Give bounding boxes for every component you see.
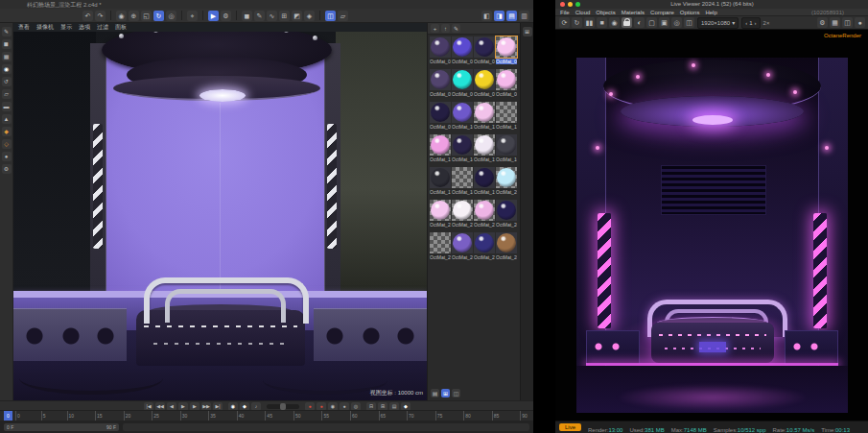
octane-menu-item[interactable]: Help [705, 10, 716, 15]
material-item[interactable]: OctMat_07 [474, 69, 495, 101]
coord-system-icon[interactable]: ⌖ [187, 11, 198, 21]
render-passes-icon[interactable]: ▦ [830, 17, 840, 28]
material-item[interactable]: OctMat_06 [452, 69, 473, 101]
up-level-icon[interactable]: ↑ [441, 24, 450, 33]
paint-material-icon[interactable]: ✎ [452, 24, 460, 33]
material-item[interactable]: OctMat_09 [430, 102, 451, 133]
stepper-minus[interactable]: ‹ [745, 20, 747, 26]
viewport-settings-icon[interactable]: ⚙ [2, 164, 12, 174]
viewport-menu-item[interactable]: 摄像机 [36, 23, 54, 32]
material-item[interactable]: OctMat_22 [452, 200, 473, 231]
make-editable-icon[interactable]: ✎ [2, 27, 12, 36]
material-item[interactable]: OctMat_19 [474, 167, 495, 199]
material-item[interactable]: OctMat_12 [496, 102, 517, 133]
timeline-scrollbar[interactable] [123, 423, 529, 431]
material-item[interactable]: OctMat_01 [430, 36, 451, 68]
mograph-icon[interactable]: ⊞ [279, 11, 290, 21]
points-mode-icon[interactable]: ▱ [2, 89, 12, 99]
material-item[interactable]: OctMat_10 [452, 102, 473, 133]
viewport-menu-item[interactable]: 显示 [60, 23, 72, 32]
viewport[interactable]: 查看摄像机显示选项过滤面板 [13, 23, 427, 400]
playback-speed-slider[interactable] [267, 404, 299, 409]
edges-mode-icon[interactable]: ▬ [2, 102, 12, 111]
layout-full-icon[interactable]: ▥ [519, 11, 529, 21]
list-view-icon[interactable]: ▤ [431, 389, 439, 397]
workplane-mode-icon[interactable]: ◉ [2, 64, 12, 74]
model-mode-icon[interactable]: ◼ [2, 39, 12, 49]
simulate-icon[interactable]: ◈ [304, 11, 315, 21]
material-item[interactable]: OctMat_13 [430, 134, 451, 166]
snap-icon[interactable]: ◫ [325, 11, 336, 21]
material-item[interactable]: OctMat_15 [474, 134, 495, 166]
stepper-plus[interactable]: › [755, 20, 757, 26]
current-frame-marker[interactable]: 0 [4, 411, 12, 421]
reset-psr-icon[interactable]: ↺ [2, 77, 12, 86]
rotate-tool-icon[interactable]: ↻ [153, 11, 164, 21]
subsample-stepper[interactable]: ‹ 1 › [741, 17, 760, 29]
grid-view-icon[interactable]: ⊞ [441, 389, 450, 397]
material-item[interactable]: OctMat_04 [496, 36, 517, 68]
denoise-toggle-icon[interactable]: ● [855, 17, 865, 28]
film-region-icon[interactable]: ▣ [659, 17, 669, 28]
redo-icon[interactable]: ↷ [95, 11, 106, 21]
region-render-icon[interactable]: ▢ [646, 17, 657, 28]
viewport-menu-item[interactable]: 过滤 [97, 23, 108, 32]
white-balance-picker-icon[interactable]: ◎ [671, 17, 682, 28]
material-item[interactable]: OctMat_18 [452, 167, 473, 199]
texture-mode-icon[interactable]: ▦ [2, 52, 12, 61]
pause-render-icon[interactable]: ▮▮ [584, 17, 595, 28]
range-slider[interactable]: 0 F 90 F [4, 423, 119, 431]
material-item[interactable]: OctMat_03 [474, 36, 495, 68]
material-item[interactable]: OctMat_28 [496, 232, 517, 264]
render-settings-icon[interactable]: ⚙ [817, 17, 828, 28]
save-image-icon[interactable]: ◫ [842, 17, 853, 28]
material-picker-icon[interactable]: ◐ [634, 17, 645, 28]
octane-menu-item[interactable]: Materials [622, 10, 645, 15]
undo-icon[interactable]: ↶ [82, 11, 93, 21]
lock-resolution-icon[interactable] [622, 17, 632, 28]
add-material-icon[interactable]: + [431, 24, 439, 33]
material-filter-icon[interactable]: ◫ [452, 389, 460, 397]
last-tool-icon[interactable]: ◎ [166, 11, 176, 21]
layout-grid-icon[interactable]: ▤ [506, 11, 517, 21]
live-select-icon[interactable]: ◉ [116, 11, 127, 21]
render-settings-icon[interactable]: ⚙ [221, 11, 231, 21]
pen-spline-icon[interactable]: ✎ [254, 11, 265, 21]
material-item[interactable]: OctMat_16 [496, 134, 517, 166]
material-item[interactable]: OctMat_14 [452, 134, 473, 166]
viewport-menu-item[interactable]: 面板 [115, 23, 127, 32]
material-item[interactable]: OctMat_08 [496, 69, 517, 101]
layout-panel-icon[interactable]: ◧ [481, 11, 492, 21]
octane-menu-item[interactable]: File [560, 10, 570, 15]
timeline-ruler[interactable]: 0 051015202530354045505560657075808590 [0, 410, 533, 421]
viewport-menu-item[interactable]: 选项 [79, 23, 90, 32]
material-item[interactable]: OctMat_23 [474, 200, 495, 231]
slider-knob[interactable] [280, 403, 286, 410]
octane-menu-item[interactable]: Options [680, 10, 700, 15]
viewport-menu-item[interactable]: 查看 [18, 23, 30, 32]
locked-workplane-icon[interactable]: ● [2, 152, 12, 161]
material-item[interactable]: OctMat_24 [496, 200, 517, 231]
material-item[interactable]: OctMat_26 [452, 232, 473, 264]
material-item[interactable]: OctMat_17 [430, 167, 451, 199]
render-view-icon[interactable]: ▶ [208, 11, 219, 21]
material-item[interactable]: OctMat_21 [430, 200, 451, 231]
volume-icon[interactable]: ◩ [292, 11, 302, 21]
octane-menu-item[interactable]: Compare [650, 10, 674, 15]
material-item[interactable]: OctMat_02 [452, 36, 473, 68]
enable-axis-icon[interactable]: ◆ [2, 127, 12, 136]
material-item[interactable]: OctMat_27 [474, 232, 495, 264]
layout-split-icon[interactable]: ◨ [494, 11, 504, 21]
material-item[interactable]: OctMat_05 [430, 69, 451, 101]
restart-render-icon[interactable]: ⟳ [559, 17, 570, 28]
material-item[interactable]: OctMat_11 [474, 102, 495, 133]
material-item[interactable]: OctMat_25 [430, 232, 451, 264]
snap-toggle-icon[interactable]: ◇ [2, 139, 12, 149]
stop-render-icon[interactable]: ■ [597, 17, 607, 28]
octane-menu-item[interactable]: Cloud [575, 10, 591, 15]
viewport-canvas[interactable]: 视图坐标 : 10000 cm [13, 32, 427, 400]
resolution-select[interactable]: 1920×1080 ▾ [697, 17, 739, 29]
camera-target-icon[interactable]: ◫ [684, 17, 694, 28]
spline-icon[interactable]: ∿ [267, 11, 277, 21]
reset-camera-icon[interactable]: ↻ [572, 17, 582, 28]
